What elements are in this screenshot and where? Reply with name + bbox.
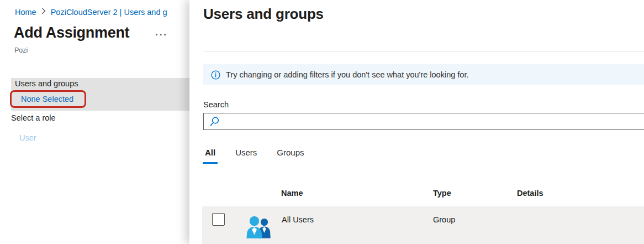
page-subtitle: Pozi [14,46,28,54]
divider [203,51,644,51]
row-checkbox[interactable] [212,213,225,226]
breadcrumb: HomePoziCloudServer 2 | Users and g [15,7,167,17]
search-icon [209,116,220,127]
users-groups-label: Users and groups [15,79,78,88]
row-type: Group [433,215,455,224]
tab-groups[interactable]: Groups [275,148,306,164]
column-header-type: Type [433,189,451,198]
breadcrumb-chevron-icon [41,7,46,16]
users-groups-panel: Users and groups Try changing or adding … [189,0,644,244]
info-banner-text: Try changing or adding filters if you do… [226,70,468,79]
search-box [203,113,644,130]
add-assignment-screen: HomePoziCloudServer 2 | Users and g Add … [0,0,644,244]
tabs: All Users Groups [203,148,306,164]
search-label: Search [203,100,229,109]
table-row[interactable]: All Users Group [202,206,644,244]
breadcrumb-home-link[interactable]: Home [15,8,36,17]
column-header-name: Name [281,189,303,198]
info-icon [211,70,220,80]
none-selected-link[interactable]: None Selected [21,95,73,103]
row-name: All Users [282,215,314,224]
more-menu-button[interactable]: ··· [152,29,171,40]
search-input[interactable] [224,113,644,130]
group-icon [246,215,271,240]
role-user-link[interactable]: User [19,133,36,142]
page-title: Add Assignment [14,24,129,41]
breadcrumb-current-link[interactable]: PoziCloudServer 2 | Users and g [51,8,167,17]
tab-all[interactable]: All [203,148,218,164]
tab-users[interactable]: Users [233,148,259,164]
info-banner: Try changing or adding filters if you do… [203,64,644,85]
column-header-details: Details [517,189,543,198]
select-role-label: Select a role [11,113,56,122]
panel-title: Users and groups [203,6,324,23]
